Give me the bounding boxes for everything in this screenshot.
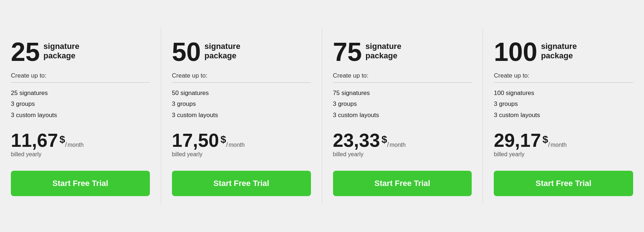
pricing-grid: 25 signature package Create up to: 25 si… [0,27,644,205]
package-label-25: signature package [43,39,79,61]
price-currency: $ [542,134,548,145]
card-divider [333,82,472,83]
price-period: month [68,142,84,148]
price-period: month [551,142,567,148]
feature-item: 3 groups [494,99,633,110]
start-free-trial-button-25[interactable]: Start Free Trial [11,171,150,196]
pricing-card-100: 100 signature package Create up to: 100 … [483,27,644,205]
feature-item: 100 signatures [494,88,633,99]
create-up-to-label: Create up to: [333,72,472,79]
package-label-line1: signature [43,42,79,51]
price-currency: $ [220,134,226,145]
feature-item: 3 custom layouts [11,110,150,121]
card-divider [172,82,311,83]
feature-item: 3 custom layouts [494,110,633,121]
package-label-line2: package [541,51,577,61]
package-label-75: signature package [366,39,401,61]
price-slash: / [226,141,228,149]
package-label-line2: package [366,51,401,61]
package-label-line2: package [43,51,79,61]
price-row: 29,17 $ / month [494,131,633,150]
package-number-75: 75 [333,39,362,65]
package-number-100: 100 [494,39,537,65]
package-number-25: 25 [11,39,40,65]
start-free-trial-button-75[interactable]: Start Free Trial [333,171,472,196]
price-amount: 11,67 [11,131,58,150]
create-up-to-label: Create up to: [11,72,150,79]
feature-item: 75 signatures [333,88,472,99]
price-row: 11,67 $ / month [11,131,150,150]
pricing-section-75: 23,33 $ / month billed yearly [333,131,472,165]
pricing-section-25: 11,67 $ / month billed yearly [11,131,150,165]
pricing-card-50: 50 signature package Create up to: 50 si… [161,27,322,205]
price-amount: 29,17 [494,131,541,150]
start-free-trial-button-100[interactable]: Start Free Trial [494,171,633,196]
package-label-line1: signature [205,42,240,51]
billed-yearly-text: billed yearly [172,151,311,158]
price-amount: 17,50 [172,131,219,150]
price-period: month [228,142,244,148]
features-list-100: 100 signatures3 groups3 custom layouts [494,88,633,121]
billed-yearly-text: billed yearly [333,151,472,158]
billed-yearly-text: billed yearly [11,151,150,158]
pricing-card-75: 75 signature package Create up to: 75 si… [322,27,483,205]
package-label-line1: signature [366,42,401,51]
features-list-75: 75 signatures3 groups3 custom layouts [333,88,472,121]
price-period: month [390,142,405,148]
start-free-trial-button-50[interactable]: Start Free Trial [172,171,311,196]
card-divider [11,82,150,83]
package-label-line2: package [205,51,240,61]
price-row: 17,50 $ / month [172,131,311,150]
create-up-to-label: Create up to: [494,72,633,79]
feature-item: 3 groups [333,99,472,110]
pricing-card-25: 25 signature package Create up to: 25 si… [0,27,161,205]
feature-item: 3 custom layouts [333,110,472,121]
price-currency: $ [382,134,387,145]
package-label-50: signature package [205,39,240,61]
pricing-section-100: 29,17 $ / month billed yearly [494,131,633,165]
features-list-25: 25 signatures3 groups3 custom layouts [11,88,150,121]
package-label-line1: signature [541,42,577,51]
price-amount: 23,33 [333,131,380,150]
feature-item: 3 custom layouts [172,110,311,121]
card-header-25: 25 signature package [11,39,150,65]
price-slash: / [65,141,67,149]
feature-item: 25 signatures [11,88,150,99]
feature-item: 3 groups [172,99,311,110]
card-header-100: 100 signature package [494,39,633,65]
package-label-100: signature package [541,39,577,61]
card-divider [494,82,633,83]
billed-yearly-text: billed yearly [494,151,633,158]
card-header-75: 75 signature package [333,39,472,65]
price-slash: / [387,141,389,149]
features-list-50: 50 signatures3 groups3 custom layouts [172,88,311,121]
price-slash: / [548,141,550,149]
package-number-50: 50 [172,39,201,65]
price-row: 23,33 $ / month [333,131,472,150]
feature-item: 50 signatures [172,88,311,99]
card-header-50: 50 signature package [172,39,311,65]
create-up-to-label: Create up to: [172,72,311,79]
price-currency: $ [59,134,65,145]
pricing-section-50: 17,50 $ / month billed yearly [172,131,311,165]
feature-item: 3 groups [11,99,150,110]
